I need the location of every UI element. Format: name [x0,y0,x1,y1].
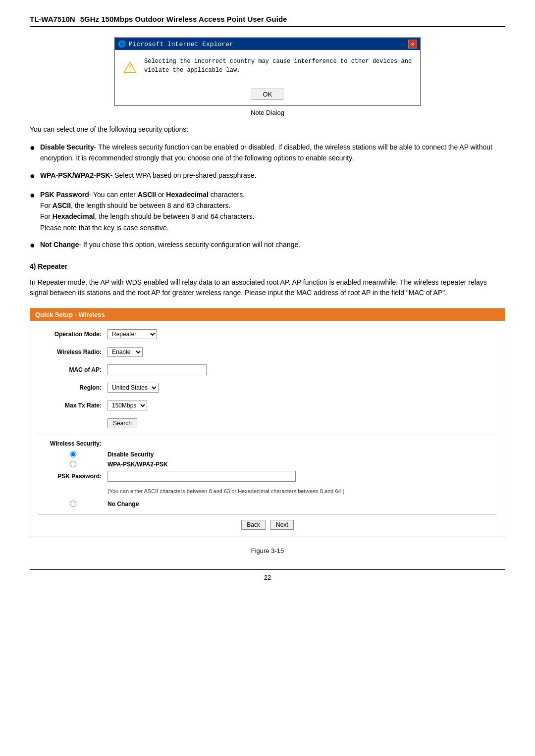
radio-indent-2 [38,461,107,467]
wpa-psk-radio[interactable] [70,461,76,467]
list-item: ● PSK Password- You can enter ASCII or H… [30,189,505,234]
wireless-radio-select[interactable]: Enable Disable [107,347,143,357]
page-header: TL-WA7510N 5GHz 150Mbps Outdoor Wireless… [30,15,505,27]
ie-dialog: 🌐 Microsoft Internet Explorer ✕ ⚠ Select… [114,37,421,106]
region-label: Region: [38,384,107,391]
max-tx-rate-control: 150Mbps 54Mbps 11Mbps [107,401,147,410]
mac-of-ap-row: MAC of AP: [38,363,497,376]
warning-icon: ⚠ [123,58,137,77]
page-footer: 22 [30,569,505,581]
bullet-content-2: WPA-PSK/WPA2-PSK- Select WPA based on pr… [40,170,505,181]
figure-caption: Figure 3-15 [30,547,505,554]
term-3: PSK Password [40,191,89,199]
operation-mode-row: Operation Mode: Repeater Access Point Cl… [38,328,497,341]
section-4-heading: 4) Repeater [30,262,505,270]
disable-security-row: Disable Security [38,451,497,458]
bullet-content-1: Disable Security- The wireless security … [40,142,505,164]
bullet-dot: ● [30,238,35,252]
titlebar-left: 🌐 Microsoft Internet Explorer [118,40,233,48]
region-select[interactable]: United States China Europe Japan [107,383,159,393]
no-change-row: No Change [38,501,497,507]
region-row: Region: United States China Europe Japan [38,381,497,394]
dialog-title: Microsoft Internet Explorer [129,41,233,48]
operation-mode-label: Operation Mode: [38,331,107,338]
dialog-titlebar: 🌐 Microsoft Internet Explorer ✕ [115,38,420,50]
region-control: United States China Europe Japan [107,383,159,393]
disable-security-radio[interactable] [70,451,76,457]
disable-security-text: Disable Security [107,451,154,458]
bullet-list: ● Disable Security- The wireless securit… [30,142,505,252]
intro-text: You can select one of the following secu… [30,124,505,135]
wireless-security-section: Wireless Security: Disable Security WPA-… [38,435,497,507]
max-tx-rate-label: Max Tx Rate: [38,402,107,409]
quick-setup-form: Quick Setup - Wireless Operation Mode: R… [30,308,505,537]
model-number: TL-WA7510N [30,15,75,23]
search-control: Search [107,418,137,428]
search-row: Search [38,417,497,430]
dialog-message: Selecting the incorrect country may caus… [144,57,412,75]
mac-of-ap-control [107,364,207,375]
max-tx-rate-select[interactable]: 150Mbps 54Mbps 11Mbps [107,401,147,410]
wireless-security-label-row: Wireless Security: [38,440,497,447]
term-4: Not Change [40,241,79,249]
dialog-caption: Note Dialog [251,109,284,116]
wpa-psk-text: WPA-PSK/WPA2-PSK [107,461,168,468]
bullet-dot: ● [30,141,35,155]
form-panel-body: Operation Mode: Repeater Access Point Cl… [30,321,505,537]
psk-hint-text: (You can enter ASCII characters between … [107,488,344,494]
search-button[interactable]: Search [107,418,137,428]
dialog-wrapper: 🌐 Microsoft Internet Explorer ✕ ⚠ Select… [30,37,505,116]
dialog-close-button[interactable]: ✕ [408,40,417,49]
psk-password-row: PSK Password: [38,471,497,482]
operation-mode-select[interactable]: Repeater Access Point Client Bridge [107,329,157,339]
radio-indent-1 [38,451,107,457]
bottom-buttons: Back Next [38,514,497,530]
no-change-radio[interactable] [70,501,76,507]
list-item: ● Disable Security- The wireless securit… [30,142,505,164]
dialog-footer: OK [115,84,420,105]
ok-button[interactable]: OK [252,89,284,100]
bullet-content-4: Not Change- If you chose this option, wi… [40,239,505,250]
wireless-security-label: Wireless Security: [38,440,107,447]
back-button[interactable]: Back [241,520,266,530]
bullet-content-3: PSK Password- You can enter ASCII or Hex… [40,189,505,234]
document-title: 5GHz 150Mbps Outdoor Wireless Access Poi… [80,15,287,23]
list-item: ● Not Change- If you chose this option, … [30,239,505,252]
section-4-description: In Repeater mode, the AP with WDS enable… [30,277,505,298]
wireless-radio-control: Enable Disable [107,347,143,357]
term-1: Disable Security [40,143,94,151]
no-change-text: No Change [107,501,139,507]
max-tx-rate-row: Max Tx Rate: 150Mbps 54Mbps 11Mbps [38,399,497,412]
term-2: WPA-PSK/WPA2-PSK [40,171,110,179]
operation-mode-control: Repeater Access Point Client Bridge [107,329,157,339]
radio-indent-3 [38,501,107,507]
mac-of-ap-input[interactable] [107,364,207,375]
form-panel-header: Quick Setup - Wireless [30,308,505,321]
psk-password-label: PSK Password: [38,473,107,480]
bullet-dot: ● [30,169,35,183]
page-number: 22 [264,574,271,581]
psk-password-input[interactable] [107,471,296,482]
mac-of-ap-label: MAC of AP: [38,366,107,373]
ie-icon: 🌐 [118,40,126,48]
next-button[interactable]: Next [270,520,294,530]
list-item: ● WPA-PSK/WPA2-PSK- Select WPA based on … [30,170,505,183]
wireless-radio-label: Wireless Radio: [38,349,107,355]
wireless-radio-row: Wireless Radio: Enable Disable [38,346,497,358]
bullet-dot: ● [30,188,35,202]
dialog-body: ⚠ Selecting the incorrect country may ca… [115,50,420,84]
psk-hint-row: (You can enter ASCII characters between … [38,485,497,498]
wpa-psk-row: WPA-PSK/WPA2-PSK [38,461,497,468]
